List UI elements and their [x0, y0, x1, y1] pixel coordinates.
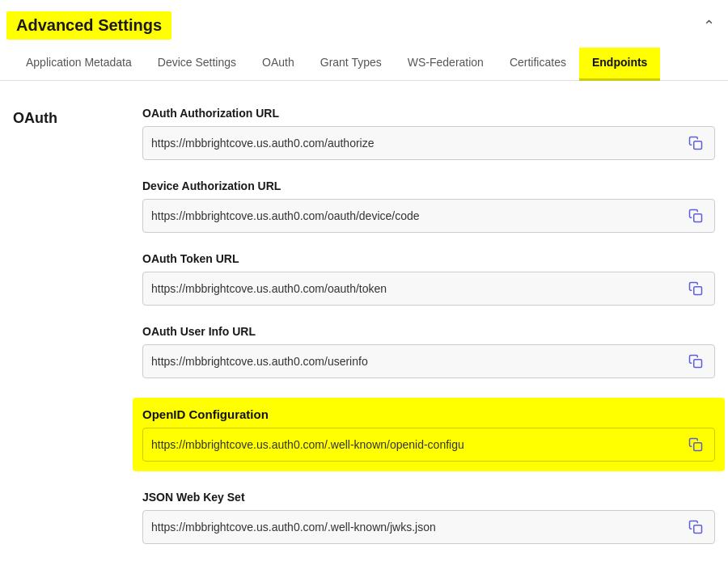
field-group-oauth-token-url: OAuth Token URLhttps://mbbrightcove.us.a… [142, 252, 715, 306]
field-value-json-web-key-set: https://mbbrightcove.us.auth0.com/.well-… [151, 521, 685, 534]
page-header: Advanced Settings ⌃ [0, 0, 728, 48]
tab-bar: Application MetadataDevice SettingsOAuth… [0, 48, 728, 81]
tab-grant-types[interactable]: Grant Types [307, 48, 395, 81]
field-input-wrapper-openid-configuration: https://mbbrightcove.us.auth0.com/.well-… [142, 428, 715, 462]
tab-ws-federation[interactable]: WS-Federation [395, 48, 497, 81]
field-group-oauth-user-info-url: OAuth User Info URLhttps://mbbrightcove.… [142, 325, 715, 378]
field-label-oauth-authorization-url: OAuth Authorization URL [142, 107, 715, 120]
field-input-wrapper-oauth-authorization-url: https://mbbrightcove.us.auth0.com/author… [142, 126, 715, 160]
field-value-oauth-user-info-url: https://mbbrightcove.us.auth0.com/userin… [151, 355, 685, 368]
section-label: OAuth [13, 107, 110, 544]
field-input-wrapper-device-authorization-url: https://mbbrightcove.us.auth0.com/oauth/… [142, 199, 715, 233]
field-label-json-web-key-set: JSON Web Key Set [142, 491, 715, 504]
tab-application-metadata[interactable]: Application Metadata [13, 48, 145, 81]
field-value-oauth-token-url: https://mbbrightcove.us.auth0.com/oauth/… [151, 282, 685, 295]
copy-icon [688, 354, 703, 369]
copy-icon [688, 281, 703, 296]
svg-rect-2 [694, 287, 702, 295]
svg-rect-0 [694, 141, 702, 150]
svg-rect-4 [694, 443, 702, 451]
field-input-wrapper-oauth-token-url: https://mbbrightcove.us.auth0.com/oauth/… [142, 272, 715, 306]
tab-endpoints[interactable]: Endpoints [579, 48, 660, 81]
field-value-oauth-authorization-url: https://mbbrightcove.us.auth0.com/author… [151, 137, 685, 150]
svg-rect-3 [694, 360, 702, 368]
tab-oauth[interactable]: OAuth [249, 48, 307, 81]
field-input-wrapper-oauth-user-info-url: https://mbbrightcove.us.auth0.com/userin… [142, 344, 715, 378]
copy-icon [688, 520, 703, 534]
svg-rect-5 [694, 525, 702, 534]
fields-container: OAuth Authorization URLhttps://mbbrightc… [142, 107, 715, 544]
field-label-openid-configuration: OpenID Configuration [142, 407, 715, 421]
copy-button-oauth-token-url[interactable] [685, 280, 706, 297]
field-label-oauth-token-url: OAuth Token URL [142, 252, 715, 265]
tab-device-settings[interactable]: Device Settings [145, 48, 249, 81]
copy-button-oauth-authorization-url[interactable] [685, 134, 706, 152]
page-title: Advanced Settings [6, 11, 171, 40]
copy-button-json-web-key-set[interactable] [685, 518, 706, 536]
field-input-wrapper-json-web-key-set: https://mbbrightcove.us.auth0.com/.well-… [142, 510, 715, 544]
field-label-oauth-user-info-url: OAuth User Info URL [142, 325, 715, 338]
field-value-device-authorization-url: https://mbbrightcove.us.auth0.com/oauth/… [151, 209, 685, 222]
copy-icon [688, 209, 703, 223]
svg-rect-1 [694, 214, 702, 222]
field-group-openid-configuration: OpenID Configurationhttps://mbbrightcove… [133, 398, 725, 471]
copy-button-oauth-user-info-url[interactable] [685, 352, 706, 370]
copy-icon [688, 437, 703, 452]
main-content: OAuth OAuth Authorization URLhttps://mbb… [0, 81, 728, 561]
collapse-button[interactable]: ⌃ [703, 17, 715, 35]
field-group-device-authorization-url: Device Authorization URLhttps://mbbright… [142, 179, 715, 233]
copy-button-openid-configuration[interactable] [685, 436, 706, 453]
field-group-oauth-authorization-url: OAuth Authorization URLhttps://mbbrightc… [142, 107, 715, 160]
copy-button-device-authorization-url[interactable] [685, 207, 706, 225]
field-group-json-web-key-set: JSON Web Key Sethttps://mbbrightcove.us.… [142, 491, 715, 544]
field-label-device-authorization-url: Device Authorization URL [142, 179, 715, 192]
field-value-openid-configuration: https://mbbrightcove.us.auth0.com/.well-… [151, 438, 685, 451]
tab-certificates[interactable]: Certificates [497, 48, 579, 81]
copy-icon [688, 136, 703, 150]
